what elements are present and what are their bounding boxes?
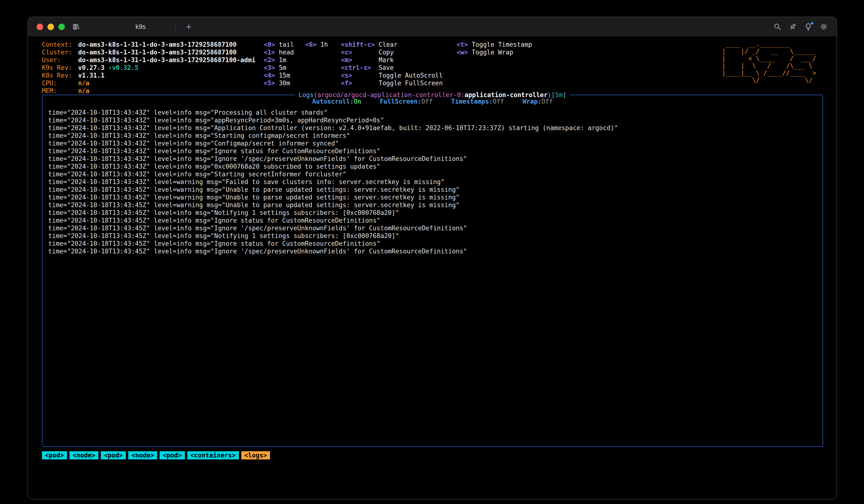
search-icon[interactable] [773,23,782,31]
pin-icon[interactable] [789,23,797,31]
lightbulb-icon[interactable] [804,23,813,31]
log-line: time="2024-10-18T13:43:45Z" level=info m… [48,217,823,224]
hotkey-row: <s> Toggle AutoScroll [341,72,443,79]
header-label: Context: [42,41,72,48]
log-line: time="2024-10-18T13:43:45Z" level=info m… [48,247,823,255]
crumb-node[interactable]: <node> [128,451,157,459]
logo-line: | < \____ / ___/ [722,55,816,62]
zoom-button[interactable] [58,24,65,30]
header-label: K9s Rev: [42,64,72,72]
log-line: time="2024-10-18T13:43:45Z" level=warnin… [48,201,823,209]
hotkey-row: <5> 30m [264,79,328,87]
k9s-header: Context:Cluster:User:K9s Rev:K8s Rev:CPU… [42,41,823,95]
log-line: time="2024-10-18T13:43:43Z" level=warnin… [48,178,823,186]
hotkey-row: <4> 15m [264,72,328,79]
header-label: User: [42,56,72,64]
hotkeys-col3: <t> Toggle Timestamp<w> Toggle Wrap [457,41,532,56]
crumb-containers[interactable]: <containers> [187,451,239,459]
hotkey-row: <1> head [264,48,328,56]
hotkey-row: <2> 1m [264,56,328,64]
settings-icon[interactable] [820,23,828,31]
header-label: Cluster: [42,48,72,56]
hotkey-row: <c> Copy [341,48,443,56]
header-label: MEM: [42,87,72,95]
hotkey-row: <3> 5m [264,64,328,72]
header-labels: Context:Cluster:User:K9s Rev:K8s Rev:CPU… [42,41,72,95]
close-button[interactable] [37,24,43,30]
header-label: K8s Rev: [42,72,72,79]
hotkey-row: <shift-c> Clear [341,41,443,48]
log-line: time="2024-10-18T13:43:43Z" level=info m… [48,139,823,147]
crumb-logs[interactable]: <logs> [241,451,270,459]
header-value: v0.27.3 ⚡v0.32.5 [78,64,255,72]
logo-line: | | \ / /\___ \ [722,62,816,69]
hotkeys-col2: <shift-c> Clear<c> Copy<m> Mark<ctrl-s> … [341,41,443,87]
header-value: v1.31.1 [78,72,255,79]
hotkey-row: <m> Mark [341,56,443,64]
tab-k9s[interactable]: k9s [109,20,172,34]
header-value: do-ams3-k8s-1-31-1-do-3-ams3-17292586871… [78,56,255,64]
log-line: time="2024-10-18T13:43:45Z" level=info m… [48,240,823,247]
logo-line: ____ __.________ [722,40,816,48]
log-line: time="2024-10-18T13:43:43Z" level=info m… [48,170,823,178]
header-label: CPU: [42,79,72,87]
hotkey-row: <ctrl-s> Save [341,64,443,72]
crumb-pod[interactable]: <pod> [42,451,67,459]
hotkey-row: <w> Toggle Wrap [457,48,532,56]
log-line: time="2024-10-18T13:43:45Z" level=warnin… [48,194,823,201]
header-value: n/a [78,79,255,87]
header-value: n/a [78,87,255,95]
header-values: do-ams3-k8s-1-31-1-do-3-ams3-17292586871… [78,41,255,95]
k9s-logo: ____ __.________ | |/ _/ __ \______| < \… [722,40,816,84]
hotkey-row: <0> tail <6> 1h [264,41,328,48]
crumb-pod[interactable]: <pod> [101,451,126,459]
hotkeys-col1: <0> tail <6> 1h<1> head<2> 1m<3> 5m<4> 1… [264,41,328,87]
log-line: time="2024-10-18T13:43:43Z" level=info m… [48,147,823,155]
titlebar-actions [773,23,828,31]
minimize-button[interactable] [48,24,54,30]
log-line: time="2024-10-18T13:43:43Z" level=info m… [48,132,823,139]
logo-line: \/ \/ [722,76,816,84]
header-value: do-ams3-k8s-1-31-1-do-3-ams3-17292586871… [78,48,255,56]
tab-overview-icon[interactable] [72,23,80,31]
log-line: time="2024-10-18T13:43:43Z" level=info m… [48,124,823,132]
titlebar: k9s + [28,17,837,36]
log-line: time="2024-10-18T13:43:43Z" level=info m… [48,155,823,163]
panel-title: Logs(argocd/argocd-application-controlle… [295,91,569,99]
crumb-pod[interactable]: <pod> [159,451,185,459]
terminal-window: k9s + Context:Cluster:User:K9s Rev:K8s R… [27,17,837,500]
tab-divider [175,22,176,31]
log-line: time="2024-10-18T13:43:43Z" level=info m… [48,163,823,170]
crumb-node[interactable]: <node> [69,451,98,459]
log-line: time="2024-10-18T13:43:43Z" level=info m… [48,109,823,116]
log-line: time="2024-10-18T13:43:45Z" level=info m… [48,209,823,217]
terminal-screen[interactable]: Context:Cluster:User:K9s Rev:K8s Rev:CPU… [28,36,837,499]
hotkey-row: <f> Toggle FullScreen [341,79,443,87]
header-value: do-ams3-k8s-1-31-1-do-3-ams3-17292586871… [78,41,255,48]
window-controls [37,24,65,30]
notification-dot [811,22,813,25]
log-line: time="2024-10-18T13:43:45Z" level=info m… [48,224,823,232]
hotkey-row: <t> Toggle Timestamp [457,41,532,48]
log-line: time="2024-10-18T13:43:45Z" level=warnin… [48,186,823,194]
new-tab-button[interactable]: + [186,22,191,32]
log-lines: time="2024-10-18T13:43:43Z" level=info m… [43,109,823,255]
breadcrumb: <pod><node><pod><node><pod><containers><… [42,451,823,459]
log-line: time="2024-10-18T13:43:45Z" level=info m… [48,232,823,240]
logs-panel: Logs(argocd/argocd-application-controlle… [42,95,823,447]
logo-line: | |/ _/ __ \______ [722,48,816,55]
logo-line: |____|__ \ /____//____ > [722,69,816,76]
log-line: time="2024-10-18T13:43:43Z" level=info m… [48,116,823,124]
